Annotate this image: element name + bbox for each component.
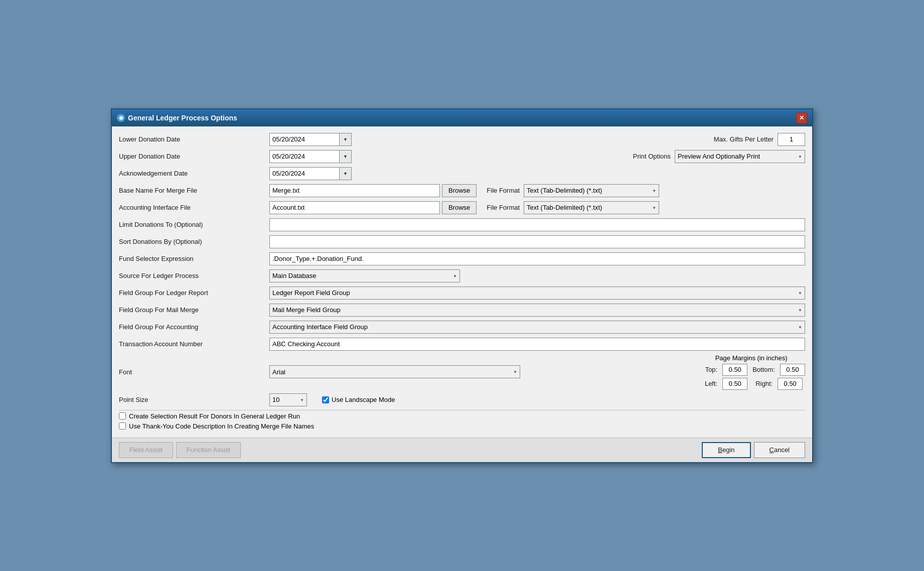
margins-top-bottom-row: Top: Bottom:	[697, 364, 805, 376]
margin-bottom-input[interactable]	[780, 364, 805, 376]
lower-donation-row: Lower Donation Date ▼ Max. Gifts Per Let…	[119, 132, 805, 147]
transaction-account-input[interactable]	[269, 338, 805, 351]
source-ledger-select[interactable]: Main Database	[269, 269, 460, 282]
field-group-mail-wrapper: Mail Merge Field Group	[269, 304, 805, 317]
field-group-ledger-row: Field Group For Ledger Report Ledger Rep…	[119, 286, 805, 300]
accounting-file-input[interactable]	[269, 201, 440, 214]
print-options-label: Print Options	[633, 153, 671, 160]
acknowledgement-date-group: ▼	[269, 167, 352, 180]
upper-donation-date-group: ▼	[269, 150, 352, 163]
upper-donation-date-label: Upper Donation Date	[119, 153, 269, 160]
cancel-label-rest: ancel	[774, 446, 790, 454]
acknowledgement-date-input[interactable]	[269, 167, 340, 180]
font-select[interactable]: Arial	[269, 365, 520, 378]
transaction-account-label: Transaction Account Number	[119, 340, 269, 348]
lower-donation-date-label: Lower Donation Date	[119, 135, 269, 143]
base-name-input[interactable]	[269, 184, 440, 197]
use-thankyou-checkbox[interactable]	[119, 422, 126, 430]
accounting-file-row: Accounting Interface File Browse File Fo…	[119, 201, 805, 215]
max-gifts-label: Max. Gifts Per Letter	[714, 135, 774, 143]
upper-donation-date-dropdown[interactable]: ▼	[340, 150, 352, 163]
point-size-wrapper: 10	[269, 393, 307, 406]
landscape-label: Use Landscape Mode	[332, 396, 395, 403]
bottom-label: Bottom:	[752, 366, 775, 373]
lower-donation-date-input[interactable]	[269, 133, 340, 146]
font-row: Font Arial Page Margins (in inches) Top:…	[119, 354, 805, 390]
acknowledgement-date-dropdown[interactable]: ▼	[340, 167, 352, 180]
print-options-wrapper: Preview And Optionally Print	[675, 150, 805, 163]
accounting-file-browse-button[interactable]: Browse	[442, 201, 477, 214]
file-format-select-1[interactable]: Text (Tab-Delimited) (*.txt)	[524, 184, 659, 197]
title-bar-left: ◉ General Ledger Process Options	[117, 114, 237, 122]
file-format-wrapper-1: Text (Tab-Delimited) (*.txt)	[524, 184, 659, 197]
field-group-ledger-label: Field Group For Ledger Report	[119, 289, 269, 297]
cancel-underline: C	[769, 446, 774, 454]
print-options-select[interactable]: Preview And Optionally Print	[675, 150, 805, 163]
base-name-browse-button[interactable]: Browse	[442, 184, 477, 197]
print-options-section: Print Options Preview And Optionally Pri…	[633, 150, 805, 163]
source-ledger-label: Source For Ledger Process	[119, 272, 269, 279]
field-group-accounting-row: Field Group For Accounting Accounting In…	[119, 320, 805, 334]
create-selection-row: Create Selection Result For Donors In Ge…	[119, 412, 805, 420]
base-name-label: Base Name For Merge File	[119, 187, 269, 194]
begin-label-rest: egin	[722, 446, 735, 454]
separator-1	[119, 410, 805, 410]
file-format-select-2[interactable]: Text (Tab-Delimited) (*.txt)	[524, 201, 659, 214]
transaction-account-row: Transaction Account Number	[119, 337, 805, 351]
field-group-mail-label: Field Group For Mail Merge	[119, 306, 269, 314]
function-assist-button: Function Assist	[176, 442, 241, 458]
bottom-right-buttons: Begin Cancel	[702, 442, 805, 458]
source-ledger-wrapper: Main Database	[269, 269, 460, 282]
limit-donations-label: Limit Donations To (Optional)	[119, 221, 269, 228]
window-icon: ◉	[117, 114, 125, 122]
fund-selector-input[interactable]	[269, 252, 805, 265]
top-label: Top:	[697, 366, 717, 373]
fund-selector-label: Fund Selector Expression	[119, 255, 269, 262]
form-content: Lower Donation Date ▼ Max. Gifts Per Let…	[112, 126, 812, 438]
create-selection-checkbox[interactable]	[119, 412, 126, 419]
point-size-label: Point Size	[119, 396, 269, 403]
margin-left-input[interactable]	[722, 378, 747, 390]
sort-donations-input[interactable]	[269, 235, 805, 248]
max-gifts-input[interactable]	[778, 133, 805, 146]
file-format-wrapper-2: Text (Tab-Delimited) (*.txt)	[524, 201, 659, 214]
font-left: Font Arial	[119, 365, 697, 378]
accounting-file-label: Accounting Interface File	[119, 204, 269, 211]
lower-donation-date-group: ▼	[269, 133, 352, 146]
field-group-ledger-select[interactable]: Ledger Report Field Group	[269, 287, 805, 300]
create-selection-label: Create Selection Result For Donors In Ge…	[129, 412, 300, 420]
bottom-left-buttons: Field Assist Function Assist	[119, 442, 241, 458]
lower-donation-date-dropdown[interactable]: ▼	[340, 133, 352, 146]
field-group-accounting-label: Field Group For Accounting	[119, 323, 269, 331]
landscape-check-group: Use Landscape Mode	[322, 396, 395, 403]
upper-donation-date-input[interactable]	[269, 150, 340, 163]
field-group-accounting-select[interactable]: Accounting Interface Field Group	[269, 321, 805, 334]
sort-donations-label: Sort Donations By (Optional)	[119, 238, 269, 245]
main-window: ◉ General Ledger Process Options ✕ Lower…	[111, 108, 813, 463]
point-size-select[interactable]: 10	[269, 393, 307, 406]
use-thankyou-row: Use Thank-You Code Description In Creati…	[119, 422, 805, 430]
sort-donations-row: Sort Donations By (Optional)	[119, 235, 805, 249]
font-wrapper: Arial	[269, 365, 520, 378]
lower-donation-left: Lower Donation Date ▼	[119, 133, 704, 146]
max-gifts-section: Max. Gifts Per Letter	[714, 133, 805, 146]
cancel-button[interactable]: Cancel	[754, 442, 805, 458]
base-name-row: Base Name For Merge File Browse File For…	[119, 184, 805, 198]
use-thankyou-label: Use Thank-You Code Description In Creati…	[129, 422, 314, 430]
begin-button[interactable]: Begin	[702, 442, 750, 458]
point-size-row: Point Size 10 Use Landscape Mode	[119, 393, 805, 407]
file-format-label-1: File Format	[487, 187, 520, 194]
margin-right-input[interactable]	[778, 378, 803, 390]
landscape-checkbox[interactable]	[322, 396, 329, 403]
left-label: Left:	[697, 380, 717, 387]
window-title: General Ledger Process Options	[128, 114, 237, 122]
font-label: Font	[119, 368, 269, 376]
limit-donations-input[interactable]	[269, 218, 805, 231]
field-group-mail-row: Field Group For Mail Merge Mail Merge Fi…	[119, 303, 805, 317]
field-group-mail-select[interactable]: Mail Merge Field Group	[269, 304, 805, 317]
field-assist-button: Field Assist	[119, 442, 173, 458]
margin-top-input[interactable]	[722, 364, 747, 376]
field-group-accounting-wrapper: Accounting Interface Field Group	[269, 321, 805, 334]
margins-left-right-row: Left: Right:	[697, 378, 805, 390]
close-button[interactable]: ✕	[796, 112, 807, 123]
